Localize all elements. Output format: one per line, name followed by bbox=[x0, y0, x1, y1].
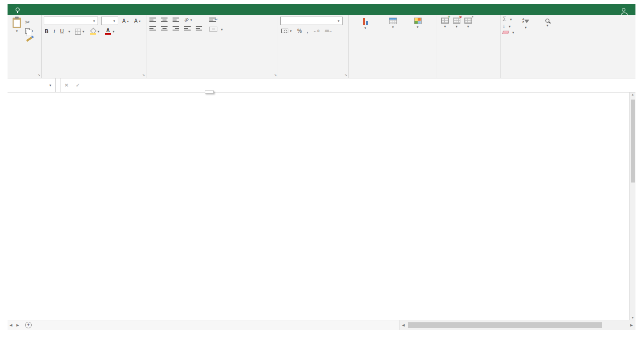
conditional-formatting-button[interactable]: ▼ bbox=[351, 17, 380, 31]
cells-group: ▼ ▼ ▼ bbox=[437, 15, 501, 78]
align-top-button[interactable] bbox=[148, 17, 157, 23]
add-sheet-button[interactable]: + bbox=[25, 322, 32, 328]
increase-font-button[interactable]: A▲ bbox=[121, 18, 130, 24]
autosum-button[interactable]: Σ ▼ bbox=[503, 17, 515, 22]
align-top-icon bbox=[149, 17, 156, 22]
sheet-nav-right[interactable]: ▶ bbox=[14, 320, 21, 330]
font-color-icon: A bbox=[105, 28, 111, 35]
align-center-button[interactable] bbox=[160, 25, 169, 31]
alignment-dialog-launcher[interactable]: ↘ bbox=[274, 73, 277, 77]
fill-down-icon: ↓ bbox=[503, 24, 505, 29]
bold-button[interactable]: B bbox=[44, 28, 49, 35]
insert-cells-icon bbox=[441, 18, 449, 24]
align-left-icon bbox=[149, 26, 156, 31]
align-bottom-button[interactable] bbox=[172, 17, 180, 23]
lightbulb-icon bbox=[16, 8, 20, 12]
copy-icon bbox=[25, 28, 30, 34]
styles-group: ▼ ▼ ▼ bbox=[349, 15, 437, 78]
font-color-button[interactable]: A▼ bbox=[104, 28, 116, 35]
paste-button[interactable]: ▼ bbox=[11, 17, 23, 34]
cell-styles-button[interactable]: ▼ bbox=[406, 17, 429, 30]
fill-button[interactable]: ↓ ▼ bbox=[503, 24, 515, 29]
delete-cells-icon bbox=[453, 18, 460, 24]
merge-center-icon bbox=[209, 27, 217, 32]
increase-decimal-button[interactable]: ←.0 bbox=[312, 29, 320, 33]
comma-button[interactable]: , bbox=[306, 28, 309, 34]
name-box[interactable]: ▼ bbox=[8, 78, 56, 92]
italic-button[interactable]: I bbox=[52, 28, 56, 35]
format-as-table-button[interactable]: ▼ bbox=[380, 17, 406, 30]
alignment-group: ab▼ ↩ ▼ bbox=[146, 15, 278, 78]
scroll-down-icon[interactable]: ▼ bbox=[630, 316, 635, 319]
find-select-button[interactable]: ▼ bbox=[537, 17, 558, 29]
align-right-button[interactable] bbox=[172, 25, 180, 31]
fill-color-button[interactable]: ▼ bbox=[89, 28, 101, 35]
formula-input[interactable] bbox=[91, 78, 635, 92]
sort-filter-icon: AZ bbox=[522, 18, 529, 25]
tabbar-spacer bbox=[23, 4, 616, 15]
increase-indent-button[interactable] bbox=[195, 25, 203, 31]
excel-window: ▼ ✂ ▼ ↘ ▼ ▼ A▲ A▼ bbox=[8, 4, 635, 330]
format-cells-button[interactable]: ▼ bbox=[462, 17, 474, 30]
font-size-combo[interactable]: ▼ bbox=[101, 17, 118, 25]
underline-button[interactable]: U bbox=[59, 28, 65, 35]
sigma-icon: Σ bbox=[503, 17, 506, 22]
horizontal-scrollbar[interactable]: ◀ ▶ bbox=[399, 320, 635, 330]
scroll-up-icon[interactable]: ▲ bbox=[630, 93, 635, 96]
clear-button[interactable]: ▼ bbox=[503, 31, 515, 34]
cancel-icon[interactable]: ✕ bbox=[61, 78, 72, 92]
align-right-icon bbox=[173, 26, 179, 31]
decrease-indent-icon bbox=[184, 26, 191, 31]
borders-button[interactable]: ▼ bbox=[74, 28, 86, 35]
percent-button[interactable]: % bbox=[296, 28, 303, 34]
orientation-icon: ab bbox=[183, 17, 190, 23]
copy-button[interactable]: ▼ bbox=[24, 28, 35, 34]
formula-bar-divider bbox=[56, 78, 61, 92]
align-middle-icon bbox=[161, 17, 168, 22]
number-group: ▼ ▼ % , ←.0 .00→ ↘ bbox=[278, 15, 349, 78]
formula-bar-tooltip bbox=[205, 90, 214, 94]
vertical-scroll-thumb[interactable] bbox=[631, 100, 635, 183]
eraser-icon bbox=[502, 31, 510, 34]
paste-dropdown[interactable]: ▼ bbox=[16, 30, 19, 33]
merge-center-button[interactable]: ▼ bbox=[208, 26, 224, 32]
editing-group: Σ ▼ ↓ ▼ ▼ AZ ▼ ▼ bbox=[501, 15, 590, 78]
ribbon-tab-bar bbox=[8, 4, 635, 15]
sort-filter-button[interactable]: AZ ▼ bbox=[515, 17, 537, 31]
align-bottom-icon bbox=[173, 17, 179, 22]
align-middle-button[interactable] bbox=[160, 17, 169, 23]
fill-bucket-icon bbox=[90, 28, 96, 35]
hscroll-right-icon[interactable]: ▶ bbox=[628, 323, 635, 327]
font-dialog-launcher[interactable]: ↘ bbox=[142, 73, 145, 77]
insert-function-icon[interactable] bbox=[84, 78, 91, 92]
insert-cells-button[interactable]: ▼ bbox=[439, 17, 451, 30]
format-painter-button[interactable] bbox=[24, 36, 35, 43]
align-center-icon bbox=[161, 26, 168, 31]
accounting-format-button[interactable]: ▼ bbox=[280, 28, 293, 34]
align-left-button[interactable] bbox=[148, 25, 157, 31]
sheet-nav-left[interactable]: ◀ bbox=[8, 320, 14, 330]
hscroll-left-icon[interactable]: ◀ bbox=[399, 323, 407, 327]
horizontal-scroll-thumb[interactable] bbox=[408, 322, 602, 328]
clipboard-group: ▼ ✂ ▼ ↘ bbox=[9, 15, 42, 78]
number-dialog-launcher[interactable]: ↘ bbox=[344, 73, 347, 77]
wrap-text-icon: ↩ bbox=[209, 17, 216, 23]
wrap-text-button[interactable]: ↩ bbox=[208, 17, 224, 24]
delete-cells-button[interactable]: ▼ bbox=[451, 17, 462, 30]
cut-button[interactable]: ✂ bbox=[24, 19, 35, 26]
ribbon: ▼ ✂ ▼ ↘ ▼ ▼ A▲ A▼ bbox=[8, 15, 635, 78]
font-name-combo[interactable]: ▼ bbox=[44, 17, 98, 25]
decrease-indent-button[interactable] bbox=[183, 25, 192, 31]
enter-icon[interactable]: ✓ bbox=[72, 78, 83, 92]
decrease-decimal-button[interactable]: .00→ bbox=[324, 29, 334, 33]
share-button[interactable] bbox=[616, 4, 635, 15]
decrease-font-button[interactable]: A▼ bbox=[133, 18, 142, 24]
tell-me-box[interactable] bbox=[16, 4, 23, 15]
orientation-button[interactable]: ab▼ bbox=[183, 17, 194, 23]
vertical-scrollbar[interactable]: ▲ ▼ bbox=[629, 93, 635, 320]
clipboard-dialog-launcher[interactable]: ↘ bbox=[37, 73, 40, 77]
format-as-table-icon bbox=[389, 18, 397, 24]
number-format-combo[interactable]: ▼ bbox=[280, 17, 343, 25]
cell-styles-icon bbox=[414, 18, 422, 24]
font-group: ▼ ▼ A▲ A▼ B I U▼ ▼ ▼ A▼ ↘ bbox=[42, 15, 146, 78]
